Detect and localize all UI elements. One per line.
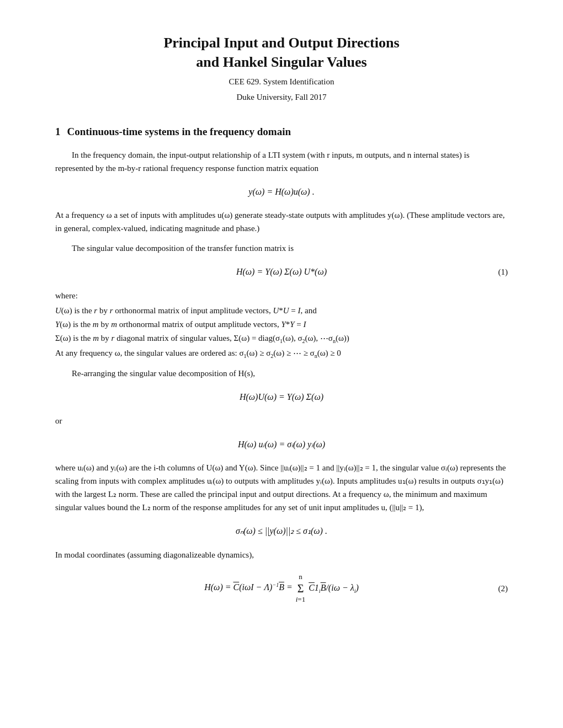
- section-title: Continuous-time systems in the frequency…: [67, 124, 291, 140]
- intro-paragraph: In the frequency domain, the input-outpu…: [55, 148, 508, 175]
- equation-bound: σₙ(ω) ≤ ||y(ω)||₂ ≤ σ₁(ω) .: [55, 524, 508, 538]
- university: Duke University, Fall 2017: [55, 90, 508, 104]
- equation-rearrange: H(ω)U(ω) = Y(ω) Σ(ω): [55, 390, 508, 404]
- where-label: where:: [55, 289, 508, 302]
- eq-bound-content: σₙ(ω) ≤ ||y(ω)||₂ ≤ σ₁(ω) .: [236, 524, 327, 538]
- paragraph-5: where uᵢ(ω) and yᵢ(ω) are the i-th colum…: [55, 461, 508, 514]
- section-number: 1: [55, 124, 61, 140]
- eq-modal-number: (2): [498, 582, 508, 595]
- eq-rearrange-content: H(ω)U(ω) = Y(ω) Σ(ω): [240, 390, 323, 404]
- equation-y-equals: y(ω) = H(ω)u(ω) .: [55, 185, 508, 199]
- eq-modal-content: H(ω) = C(iωI − Λ)−1B = n Σ i=1 C1iB/(iω …: [204, 571, 359, 606]
- where-item-Y: Y(ω) is the m by m orthonormal matrix of…: [55, 318, 508, 331]
- where-item-order: At any frequency ω, the singular values …: [55, 347, 508, 361]
- paragraph-4: Re-arranging the singular value decompos…: [55, 367, 508, 380]
- eq-y-text: y(ω) = H(ω)u(ω) .: [248, 185, 314, 199]
- eq-svd-content: H(ω) = Y(ω) Σ(ω) U*(ω): [236, 265, 327, 279]
- paragraph-6: In modal coordinates (assuming diagonali…: [55, 548, 508, 561]
- or-label: or: [55, 414, 508, 427]
- paragraph-3: The singular value decomposition of the …: [55, 242, 508, 255]
- where-list: U(ω) is the r by r orthonormal matrix of…: [55, 304, 508, 361]
- eq-cols-content: H(ω) uᵢ(ω) = σᵢ(ω) yᵢ(ω): [238, 437, 325, 452]
- where-item-U: U(ω) is the r by r orthonormal matrix of…: [55, 304, 508, 317]
- equation-columns: H(ω) uᵢ(ω) = σᵢ(ω) yᵢ(ω): [55, 437, 508, 452]
- page-title: Principal Input and Output Directions an…: [55, 33, 508, 72]
- where-item-sigma: Σ(ω) is the m by r diagonal matrix of si…: [55, 332, 508, 346]
- paragraph-2: At a frequency ω a set of inputs with am…: [55, 208, 508, 235]
- equation-svd: H(ω) = Y(ω) Σ(ω) U*(ω) (1): [55, 265, 508, 279]
- eq-svd-number: (1): [498, 265, 508, 279]
- equation-modal: H(ω) = C(iωI − Λ)−1B = n Σ i=1 C1iB/(iω …: [55, 571, 508, 606]
- subtitle: CEE 629. System Identification: [55, 75, 508, 88]
